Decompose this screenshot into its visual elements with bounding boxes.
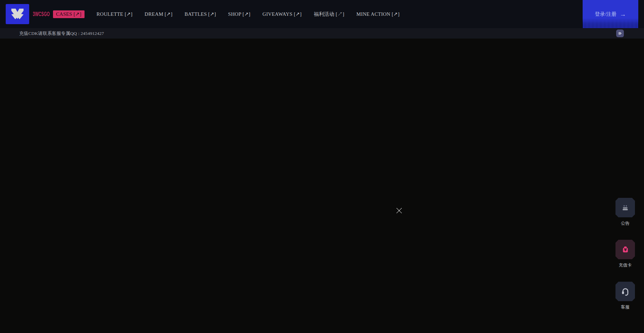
announcements-button[interactable]	[615, 198, 635, 217]
nav-item-roulette[interactable]: ROULETTE [↗]	[97, 11, 132, 17]
svg-text:¥: ¥	[624, 247, 627, 252]
main-content	[0, 39, 644, 333]
announcement-next-button[interactable]	[616, 30, 624, 37]
site-logo[interactable]	[6, 4, 29, 24]
rail-label-recharge: 充值卡	[619, 262, 632, 268]
nav-item-mine-action[interactable]: MINE ACTION [↗]	[357, 11, 400, 17]
main-nav: CASES [↗] ROULETTE [↗] DREAM [↗] BATTLES…	[53, 10, 399, 18]
arrow-right-icon: →	[620, 11, 626, 17]
floating-action-rail: 公告 ¥ 充值卡 客服	[614, 198, 636, 310]
rail-label-support: 客服	[621, 304, 630, 310]
support-button[interactable]	[615, 282, 635, 301]
nav-item-giveaways[interactable]: GIVEAWAYS [↗]	[263, 11, 302, 17]
rail-label-announcements: 公告	[621, 220, 630, 226]
nav-item-benefits[interactable]: 福利活动 [↗]	[314, 11, 344, 17]
rail-item-support: 客服	[614, 282, 636, 310]
login-register-button[interactable]: 登录/注册 →	[583, 0, 638, 28]
nav-item-battles[interactable]: BATTLES [↗]	[184, 11, 216, 17]
list-icon	[621, 203, 630, 212]
recharge-card-button[interactable]: ¥	[615, 240, 635, 259]
announcement-bar: 充值CDK请联系客服专属QQ : 2454912427	[0, 28, 644, 39]
nav-item-cases[interactable]: CASES [↗]	[53, 10, 85, 18]
logo-m-glyph	[10, 7, 25, 21]
top-nav-bar: 3WCSGO CASES [↗] ROULETTE [↗] DREAM [↗] …	[0, 0, 644, 28]
nav-item-dream[interactable]: DREAM [↗]	[145, 11, 172, 17]
login-register-label: 登录/注册	[595, 11, 616, 17]
brand-text: 3WCSGO	[33, 10, 42, 18]
money-bag-icon: ¥	[621, 245, 630, 254]
headset-icon	[621, 287, 630, 296]
broken-image-icon	[396, 208, 402, 215]
rail-item-recharge: ¥ 充值卡	[614, 240, 636, 268]
announcement-text: 充值CDK请联系客服专属QQ : 2454912427	[19, 31, 104, 37]
skip-next-icon	[618, 31, 623, 36]
rail-item-announcements: 公告	[614, 198, 636, 226]
nav-item-shop[interactable]: SHOP [↗]	[228, 11, 251, 17]
